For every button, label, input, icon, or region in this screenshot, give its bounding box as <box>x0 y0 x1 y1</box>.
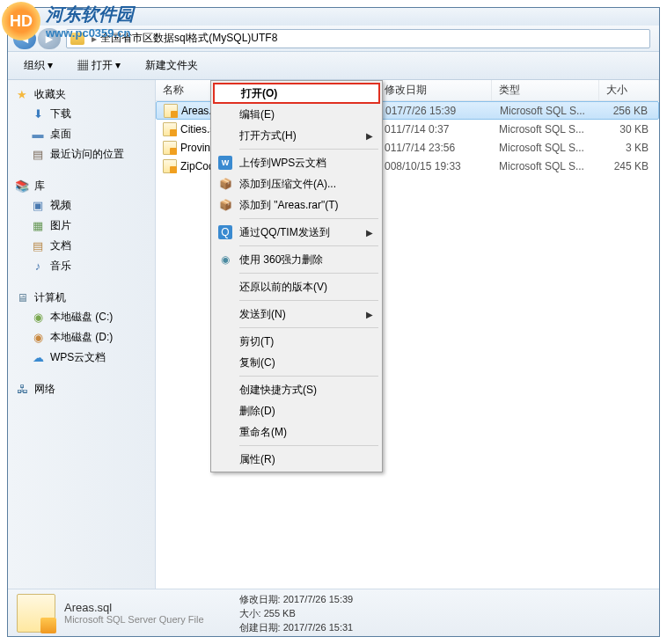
disk-icon: ◉ <box>31 311 45 325</box>
path-box[interactable]: ▸ 全国省市区数据sql格式(MySQL)UTF8 <box>66 29 650 48</box>
status-filename: Areas.sql <box>64 601 204 614</box>
cm-cut[interactable]: 剪切(T) <box>213 331 380 352</box>
file-size: 3 KB <box>599 142 659 154</box>
cm-edit[interactable]: 编辑(E) <box>213 104 380 125</box>
cm-add-rar[interactable]: 📦添加到 "Areas.rar"(T) <box>213 194 380 216</box>
sidebar-desktop[interactable]: ▬桌面 <box>8 124 155 144</box>
file-size: 245 KB <box>599 160 659 172</box>
column-type[interactable]: 类型 <box>492 80 599 100</box>
download-icon: ⬇ <box>31 107 45 121</box>
file-date: 017/7/26 15:39 <box>378 105 493 117</box>
cm-properties[interactable]: 属性(R) <box>213 449 380 470</box>
column-date[interactable]: 修改日期 <box>377 80 492 100</box>
video-icon: ▣ <box>31 199 45 213</box>
360-icon: ◉ <box>218 252 232 267</box>
menu-separator <box>239 445 378 446</box>
sidebar-music[interactable]: ♪音乐 <box>8 256 155 276</box>
watermark-logo-icon <box>2 2 40 40</box>
cm-open-with[interactable]: 打开方式(H)▶ <box>213 125 380 146</box>
statusbar: Areas.sql Microsoft SQL Server Query Fil… <box>8 589 659 636</box>
sidebar-videos[interactable]: ▣视频 <box>8 195 155 216</box>
menu-separator <box>239 245 378 246</box>
dropdown-icon: ▾ <box>48 59 53 71</box>
menu-separator <box>239 376 378 377</box>
sidebar-documents[interactable]: ▤文档 <box>8 236 155 256</box>
cm-copy[interactable]: 复制(C) <box>213 352 380 373</box>
newfolder-button[interactable]: 新建文件夹 <box>136 55 207 77</box>
toolbar: 组织 ▾ ▦ 打开 ▾ 新建文件夹 <box>8 52 659 80</box>
rar-icon: 📦 <box>218 198 232 212</box>
cm-qq-send[interactable]: Q通过QQ/TIM发送到▶ <box>213 222 380 243</box>
cm-restore[interactable]: 还原以前的版本(V) <box>213 276 380 297</box>
cm-delete[interactable]: 删除(D) <box>213 400 380 421</box>
sidebar-computer[interactable]: 🖥计算机 <box>8 289 155 307</box>
sql-file-icon <box>163 122 177 136</box>
watermark-title: 河东软件园 <box>46 3 134 26</box>
desktop-icon: ▬ <box>31 128 45 142</box>
menu-separator <box>239 218 378 219</box>
dropdown-icon: ▾ <box>115 59 121 71</box>
column-size[interactable]: 大小 <box>599 80 659 100</box>
file-date: 008/10/15 19:33 <box>377 160 492 172</box>
watermark-url: www.pc0359.cn <box>46 26 134 40</box>
recent-icon: ▤ <box>31 148 45 162</box>
document-icon: ▤ <box>31 239 45 253</box>
sidebar-downloads[interactable]: ⬇下载 <box>8 104 155 124</box>
cm-send-to[interactable]: 发送到(N)▶ <box>213 304 380 325</box>
sidebar-recent[interactable]: ▤最近访问的位置 <box>8 144 155 165</box>
sidebar-pictures[interactable]: ▦图片 <box>8 216 155 236</box>
cloud-icon: ☁ <box>31 351 45 365</box>
cm-wps-upload[interactable]: W上传到WPS云文档 <box>213 152 380 173</box>
cm-shortcut[interactable]: 创建快捷方式(S) <box>213 379 380 400</box>
sidebar-libraries[interactable]: 📚库 <box>8 177 155 195</box>
disk-icon: ◉ <box>31 331 45 345</box>
watermark: 河东软件园 www.pc0359.cn <box>2 2 134 40</box>
wps-icon: W <box>218 156 232 170</box>
music-icon: ♪ <box>31 260 45 274</box>
sql-file-icon <box>163 141 177 155</box>
main-area: ★收藏夹 ⬇下载 ▬桌面 ▤最近访问的位置 📚库 ▣视频 ▦图片 ▤文档 ♪音乐… <box>8 80 659 589</box>
sidebar: ★收藏夹 ⬇下载 ▬桌面 ▤最近访问的位置 📚库 ▣视频 ▦图片 ▤文档 ♪音乐… <box>8 80 156 589</box>
file-type: Microsoft SQL S... <box>492 160 599 172</box>
cm-open[interactable]: 打开(O) <box>213 83 380 104</box>
submenu-arrow-icon: ▶ <box>366 228 373 238</box>
menu-separator <box>239 300 378 301</box>
explorer-window: ◄ ► ▸ 全国省市区数据sql格式(MySQL)UTF8 组织 ▾ ▦ 打开 … <box>7 7 660 637</box>
qq-icon: Q <box>218 225 232 239</box>
status-file-icon <box>17 594 55 633</box>
content-area: 名称▲ 修改日期 类型 大小 Areas.s 017/7/26 15:39 Mi… <box>156 80 659 589</box>
menu-separator <box>239 273 378 274</box>
rar-icon: 📦 <box>218 177 232 191</box>
file-date: 011/7/14 0:37 <box>377 123 492 135</box>
organize-button[interactable]: 组织 ▾ <box>15 55 62 77</box>
sidebar-favorites[interactable]: ★收藏夹 <box>8 85 155 104</box>
open-button[interactable]: ▦ 打开 ▾ <box>69 55 129 77</box>
cm-add-archive[interactable]: 📦添加到压缩文件(A)... <box>213 173 380 194</box>
sql-file-icon <box>163 159 177 173</box>
file-size: 256 KB <box>600 105 658 117</box>
context-menu: 打开(O) 编辑(E) 打开方式(H)▶ W上传到WPS云文档 📦添加到压缩文件… <box>210 80 383 472</box>
cm-rename[interactable]: 重命名(M) <box>213 421 380 443</box>
sidebar-network[interactable]: 🖧网络 <box>8 380 155 399</box>
status-filetype: Microsoft SQL Server Query File <box>64 614 204 625</box>
file-date: 011/7/14 23:56 <box>377 142 492 154</box>
sidebar-disk-d[interactable]: ◉本地磁盘 (D:) <box>8 327 155 348</box>
menu-separator <box>239 327 378 328</box>
sql-file-icon <box>164 104 178 118</box>
status-metadata: 修改日期: 2017/7/26 15:39 大小: 255 KB 创建日期: 2… <box>239 592 354 634</box>
file-type: Microsoft SQL S... <box>492 142 599 154</box>
star-icon: ★ <box>15 88 29 102</box>
file-type: Microsoft SQL S... <box>492 123 599 135</box>
menu-separator <box>239 149 378 150</box>
submenu-arrow-icon: ▶ <box>366 310 373 319</box>
submenu-arrow-icon: ▶ <box>366 131 373 141</box>
network-icon: 🖧 <box>15 383 29 397</box>
picture-icon: ▦ <box>31 219 45 233</box>
file-name: ZipCod <box>180 160 215 172</box>
sidebar-wps-cloud[interactable]: ☁WPS云文档 <box>8 348 155 368</box>
cm-360-delete[interactable]: ◉使用 360强力删除 <box>213 249 380 270</box>
computer-icon: 🖥 <box>15 291 29 305</box>
sidebar-disk-c[interactable]: ◉本地磁盘 (C:) <box>8 307 155 327</box>
file-size: 30 KB <box>599 123 659 135</box>
file-type: Microsoft SQL S... <box>493 105 600 117</box>
